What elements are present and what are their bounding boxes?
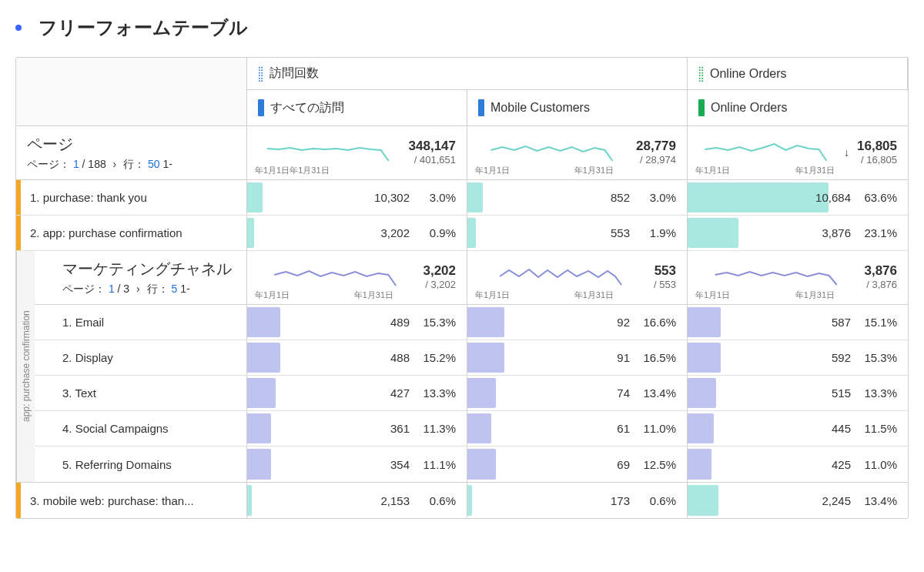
segment-header-row: すべての訪問 Mobile Customers Online Orders [16,90,908,126]
summary-sub: / 16,805 [857,154,897,166]
pager-current[interactable]: 1 [73,158,79,170]
date-start-label: 年1月1日 [695,165,730,176]
cell-value: 10,684 [811,191,851,204]
segment-label: Mobile Customers [490,101,590,115]
cell-percent: 0.6% [419,494,456,507]
cell-value: 587 [811,316,851,329]
table-row[interactable]: 5. Referring Domains35411.1%6912.5%42511… [35,447,908,482]
pager-total: / 188 [82,158,106,170]
segment-online-orders[interactable]: Online Orders [688,90,908,125]
summary-total: 553 [654,263,676,279]
table-row[interactable]: 1. purchase: thank you 10,302 3.0% 852 3… [16,180,908,216]
sparkline-icon [475,266,648,289]
segment-label: すべての訪問 [270,100,344,116]
cell-percent: 3.0% [419,191,456,204]
summary-total: 3,202 [423,263,456,279]
sparkline-icon [255,141,403,164]
row-rank: 2. [62,351,72,364]
segment-mobile-customers[interactable]: Mobile Customers [467,90,688,125]
date-end-label: 年1月31日 [795,165,835,176]
chevron-right-icon[interactable]: › [136,283,140,295]
cell-percent: 23.1% [860,226,897,239]
sparkline-icon [695,141,838,164]
summary-sub: / 553 [654,279,676,290]
sort-desc-icon[interactable]: ↓ [844,146,849,159]
summary-cell-all-visits[interactable]: 348,147 / 401,651 年1月1日年1月31日 [247,126,467,179]
summary-total: 16,805 [857,139,897,154]
cell-percent: 12.5% [639,458,676,471]
cell-value: 489 [370,316,410,329]
summary-cell-orders[interactable]: 3,876 / 3,876 年1月1日 年1月31日 [688,251,908,304]
freeform-table: 訪問回数 Online Orders すべての訪問 Mobile Custome… [15,57,909,519]
date-end-label: 年1月31日 [574,289,614,301]
data-cell: 6912.5% [467,447,688,482]
table-row[interactable]: 2. app: purchase confirmation 3,202 0.9%… [16,216,908,251]
summary-total: 28,779 [636,139,676,154]
data-cell: 36111.3% [247,411,467,446]
date-end-label: 年1月31日 [354,289,393,301]
cell-percent: 63.6% [860,191,897,204]
cell-value: 10,302 [370,191,410,204]
cell-percent: 0.9% [419,226,456,239]
drag-handle-icon[interactable] [698,66,704,82]
summary-cell-mobile[interactable]: 553 / 553 年1月1日 年1月31日 [467,251,688,304]
cell-value: 427 [370,386,410,400]
cell-percent: 3.0% [639,191,676,204]
pager[interactable]: ページ： 1 / 188 › 行： 50 1- [27,158,236,172]
metric-group-visits[interactable]: 訪問回数 [247,58,688,90]
chevron-right-icon[interactable]: › [113,158,117,170]
summary-cell-mobile[interactable]: 28,779 / 28,974 年1月1日 年1月31日 [467,126,688,179]
cell-value: 2,245 [811,494,851,507]
segment-chip-icon [478,99,484,116]
segment-chip-icon [698,99,705,116]
drag-handle-icon[interactable] [258,66,263,82]
dimension-header[interactable]: ページ ページ： 1 / 188 › 行： 50 1- [16,126,247,179]
panel-title: フリーフォームテーブル [38,15,248,40]
summary-cell-all-visits[interactable]: 3,202 / 3,202 年1月1日 年1月31日 [247,251,467,304]
table-row[interactable]: 3. mobile web: purchase: than... 2,153 0… [16,483,908,518]
data-cell: 44511.5% [688,411,908,446]
data-cell: 3,202 0.9% [247,216,467,250]
row-label: app: purchase confirmation [43,226,182,239]
date-start-label: 年1月1日 [475,165,510,176]
breakdown-dimension-header[interactable]: マーケティングチャネル ページ： 1 / 3 › 行： 5 1- [35,251,247,304]
breakdown-summary-row: マーケティングチャネル ページ： 1 / 3 › 行： 5 1- [35,251,908,305]
data-cell: 51513.3% [688,376,908,410]
date-start-label: 年1月1日 [475,289,510,301]
cell-value: 553 [590,226,630,239]
cell-percent: 0.6% [639,494,676,507]
cell-percent: 13.3% [419,386,456,400]
date-end-label: 年1月31日 [795,289,835,301]
rows-suffix: 1- [180,283,189,295]
cell-percent: 11.0% [860,458,897,471]
pager-label: ページ： [62,283,105,295]
cell-value: 173 [590,494,630,507]
cell-percent: 11.1% [419,458,456,471]
segment-chip-icon [258,99,264,116]
cell-value: 361 [370,422,410,435]
dimension-header-blank [16,90,247,125]
pager-current[interactable]: 1 [109,283,115,295]
row-label: Referring Domains [75,458,172,471]
pager-label: ページ： [27,158,70,170]
cell-percent: 11.5% [860,422,897,435]
cell-value: 74 [590,386,630,400]
cell-percent: 16.5% [639,351,676,364]
cell-value: 488 [370,351,410,364]
segment-all-visits[interactable]: すべての訪問 [247,90,467,125]
table-row[interactable]: 4. Social Campaigns36111.3%6111.0%44511.… [35,411,908,447]
metric-group-online-orders[interactable]: Online Orders [688,58,908,90]
cell-percent: 16.6% [639,316,676,329]
cell-percent: 15.2% [419,351,456,364]
rows-value[interactable]: 5 [172,283,178,295]
pager[interactable]: ページ： 1 / 3 › 行： 5 1- [62,283,236,296]
summary-cell-orders[interactable]: ↓ 16,805 / 16,805 年1月1日 年1月31日 [688,126,908,179]
data-cell: 173 0.6% [467,483,688,518]
table-row[interactable]: 3. Text42713.3%7413.4%51513.3% [35,376,908,411]
rows-suffix: 1- [163,158,172,170]
data-cell: 35411.1% [247,447,467,482]
rows-value[interactable]: 50 [148,158,160,170]
table-row[interactable]: 2. Display48815.2%9116.5%59215.3% [35,340,908,376]
table-row[interactable]: 1. Email48915.3%9216.6%58715.1% [35,305,908,340]
row-label: Email [75,316,105,329]
